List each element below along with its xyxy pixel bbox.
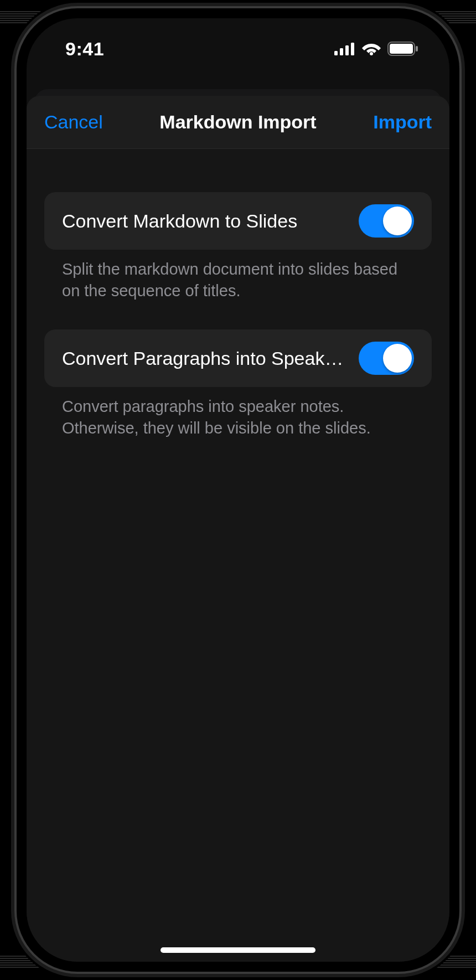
svg-rect-7 bbox=[416, 46, 418, 51]
screen: 9:41 bbox=[27, 18, 449, 962]
section-footer: Convert paragraphs into speaker notes. O… bbox=[44, 387, 432, 439]
cellular-signal-icon bbox=[334, 42, 355, 55]
svg-rect-3 bbox=[351, 43, 354, 55]
import-button[interactable]: Import bbox=[354, 111, 432, 133]
toggle-convert-paragraphs[interactable] bbox=[359, 342, 414, 375]
svg-rect-0 bbox=[334, 51, 338, 55]
section-footer: Split the markdown document into slides … bbox=[44, 250, 432, 302]
svg-rect-1 bbox=[340, 48, 343, 55]
status-bar: 9:41 bbox=[27, 18, 449, 79]
row-convert-paragraphs: Convert Paragraphs into Speaker Notes bbox=[44, 329, 432, 387]
phone-frame: 9:41 bbox=[17, 8, 459, 972]
status-icons bbox=[334, 42, 418, 56]
wifi-icon bbox=[362, 42, 381, 55]
cancel-button[interactable]: Cancel bbox=[44, 111, 122, 133]
markdown-import-sheet: Cancel Markdown Import Import Convert Ma… bbox=[27, 96, 449, 962]
status-time: 9:41 bbox=[65, 38, 104, 60]
toggle-convert-to-slides[interactable] bbox=[359, 204, 414, 238]
row-label: Convert Markdown to Slides bbox=[62, 210, 348, 232]
section-convert-to-slides: Convert Markdown to Slides Split the mar… bbox=[44, 192, 432, 302]
section-convert-paragraphs: Convert Paragraphs into Speaker Notes Co… bbox=[44, 329, 432, 439]
battery-icon bbox=[387, 42, 418, 56]
nav-bar: Cancel Markdown Import Import bbox=[27, 96, 449, 149]
row-label: Convert Paragraphs into Speaker Notes bbox=[62, 348, 348, 369]
row-convert-to-slides: Convert Markdown to Slides bbox=[44, 192, 432, 250]
toggle-knob bbox=[383, 207, 412, 235]
sheet-content: Convert Markdown to Slides Split the mar… bbox=[27, 149, 449, 455]
svg-rect-2 bbox=[345, 45, 349, 55]
svg-point-4 bbox=[370, 52, 373, 55]
svg-rect-6 bbox=[390, 44, 413, 54]
toggle-knob bbox=[383, 344, 412, 373]
page-title: Markdown Import bbox=[122, 111, 354, 133]
home-indicator[interactable] bbox=[161, 947, 315, 953]
